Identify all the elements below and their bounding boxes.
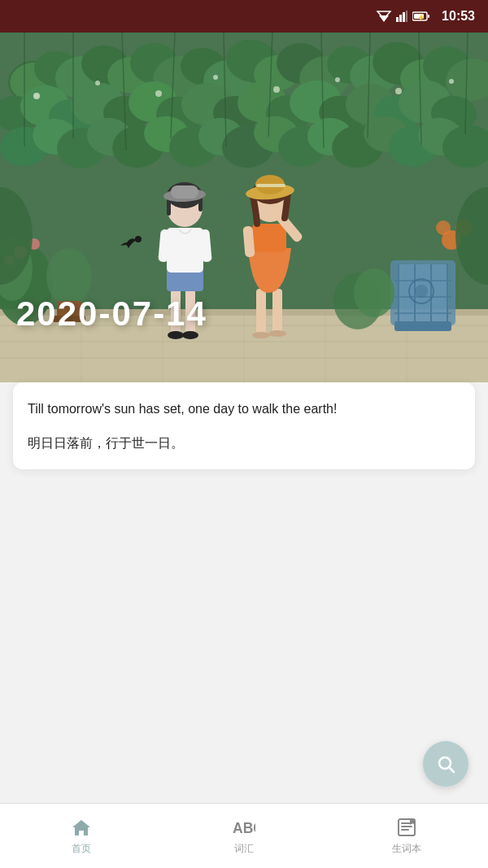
status-bar: ⚡ 10:53 <box>0 0 488 33</box>
svg-text:ABC: ABC <box>233 820 255 836</box>
svg-point-70 <box>335 77 340 82</box>
abc-icon: ABC <box>233 816 255 839</box>
svg-rect-131 <box>171 185 198 198</box>
nav-item-vocab[interactable]: ABC 词汇 <box>163 816 325 856</box>
quote-chinese: 明日日落前，行于世一日。 <box>28 433 460 454</box>
nav-item-home[interactable]: 首页 <box>0 816 163 856</box>
svg-rect-2 <box>396 17 399 22</box>
signal-icon <box>396 11 407 22</box>
svg-point-135 <box>268 330 286 337</box>
svg-point-114 <box>354 268 394 317</box>
hero-background: 2020-07-14 <box>0 33 488 382</box>
quote-english: Till tomorrow's sun has set, one day to … <box>28 399 460 420</box>
svg-point-69 <box>273 86 280 93</box>
svg-text:⚡: ⚡ <box>417 13 425 21</box>
svg-point-112 <box>436 220 451 235</box>
svg-rect-109 <box>394 321 451 331</box>
svg-point-144 <box>135 236 142 242</box>
svg-rect-4 <box>403 12 405 22</box>
nav-item-wordbook[interactable]: 生词本 <box>325 816 488 856</box>
svg-rect-3 <box>399 15 402 22</box>
battery-icon: ⚡ <box>412 11 430 21</box>
svg-rect-132 <box>256 289 266 334</box>
svg-point-108 <box>415 285 428 298</box>
svg-point-71 <box>395 88 402 94</box>
svg-line-148 <box>450 768 455 773</box>
svg-point-65 <box>33 93 40 99</box>
svg-rect-5 <box>406 11 407 22</box>
svg-rect-143 <box>256 184 285 187</box>
hero-date: 2020-07-14 <box>16 294 207 334</box>
svg-point-66 <box>95 81 100 85</box>
svg-point-67 <box>155 90 162 97</box>
svg-point-134 <box>252 332 270 338</box>
status-icons: ⚡ 10:53 <box>377 9 475 24</box>
svg-point-72 <box>449 79 454 84</box>
wordbook-icon <box>395 816 418 839</box>
search-icon <box>436 754 455 774</box>
quote-card: Till tomorrow's sun has set, one day to … <box>13 382 475 469</box>
wifi-icon <box>377 11 391 22</box>
svg-rect-133 <box>272 289 282 334</box>
nav-label-home: 首页 <box>72 842 91 856</box>
hero-section: 2020-07-14 <box>0 33 488 382</box>
svg-point-68 <box>213 75 218 80</box>
status-time: 10:53 <box>442 9 475 24</box>
fab-search-button[interactable] <box>423 741 468 787</box>
nav-label-wordbook: 生词本 <box>392 842 421 856</box>
svg-rect-136 <box>252 224 286 252</box>
svg-rect-123 <box>167 228 203 273</box>
svg-rect-8 <box>428 15 429 18</box>
bottom-navigation: 首页 ABC 词汇 生词本 <box>0 803 488 868</box>
nav-label-vocab: 词汇 <box>234 842 254 856</box>
home-icon <box>70 816 93 839</box>
